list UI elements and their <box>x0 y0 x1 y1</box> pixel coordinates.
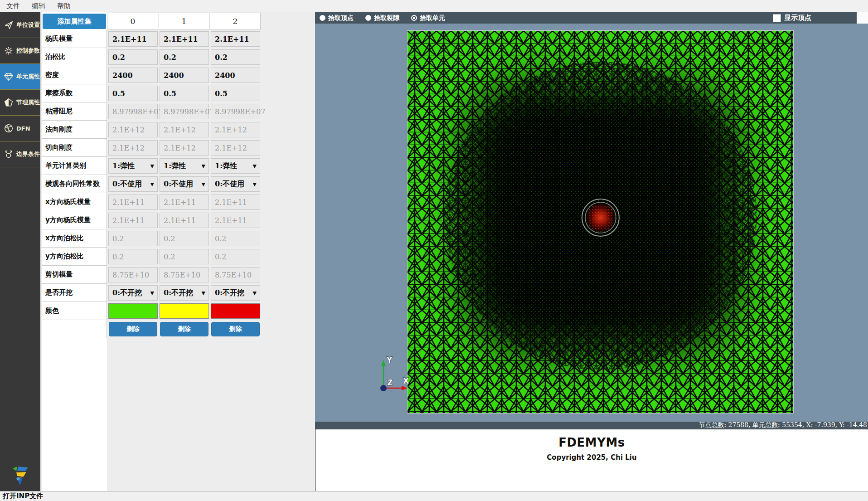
value-cell[interactable]: 8.97998E+07 <box>108 104 158 119</box>
color-swatch[interactable] <box>160 303 209 319</box>
value-cell[interactable]: 0.2 <box>108 249 158 264</box>
checkbox-label: 显示顶点 <box>784 14 811 22</box>
value-cell[interactable]: 2.1E+12 <box>211 122 260 137</box>
sidebar-item-label: 边界条件 <box>16 150 40 158</box>
menu-item-1[interactable]: 编辑 <box>32 2 45 10</box>
table-row: 删除删除删除 <box>42 320 305 338</box>
value-cell[interactable]: 2.1E+11 <box>211 213 260 228</box>
dropdown-cell[interactable]: 1:弹性▼ <box>108 158 158 174</box>
sidebar-item-2[interactable]: 单元属性 <box>0 64 40 90</box>
show-vertices-checkbox[interactable]: 显示顶点 <box>773 14 811 22</box>
value-cell[interactable]: 2.1E+12 <box>160 140 209 156</box>
color-swatch[interactable] <box>211 303 260 319</box>
dropdown-cell[interactable]: 0:不使用▼ <box>160 176 209 192</box>
value-cell[interactable]: 0.2 <box>108 49 158 65</box>
radio-unselected-icon[interactable] <box>320 15 325 21</box>
row-label: y方向泊松比 <box>42 248 107 266</box>
pick-mode-label: 拾取单元 <box>420 14 445 22</box>
value-cell[interactable]: 2.1E+11 <box>108 31 158 47</box>
dropdown-cell[interactable]: 0:不开挖▼ <box>211 285 260 301</box>
open-inp-file-button[interactable]: 打开INP文件 <box>3 492 43 501</box>
value-cell[interactable]: 2.1E+11 <box>160 31 209 47</box>
table-row: 剪切模量8.75E+108.75E+108.75E+10 <box>42 266 305 284</box>
value-cell[interactable]: 8.75E+10 <box>211 267 260 282</box>
color-swatch[interactable] <box>108 303 158 319</box>
table-row: 颜色 <box>42 302 305 320</box>
dropdown-value: 0:不开挖 <box>164 288 193 298</box>
axis-label-x: X <box>403 376 409 385</box>
value-cell[interactable]: 0.2 <box>211 231 260 246</box>
value-cell[interactable]: 2400 <box>108 68 158 83</box>
value-cell[interactable]: 2.1E+11 <box>160 195 209 210</box>
value-cell[interactable]: 0.5 <box>160 86 209 101</box>
pick-mode-radio-1[interactable]: 拾取裂隙 <box>365 14 399 22</box>
value-cell[interactable]: 0.2 <box>160 231 209 246</box>
sidebar-item-4[interactable]: DFN <box>0 116 40 141</box>
dropdown-value: 0:不使用 <box>164 180 193 189</box>
value-cell[interactable]: 2.1E+12 <box>108 140 158 156</box>
axis-label-z: Z <box>387 378 393 387</box>
add-property-set-button[interactable]: 添加属性集 <box>43 14 106 29</box>
delete-button[interactable]: 删除 <box>211 322 260 336</box>
value-cell[interactable]: 0.2 <box>108 231 158 246</box>
fem-mesh-canvas[interactable] <box>407 30 794 413</box>
table-row: 杨氏模量2.1E+112.1E+112.1E+11 <box>42 30 305 48</box>
value-cell[interactable]: 0.2 <box>160 49 209 65</box>
dropdown-cell[interactable]: 1:弹性▼ <box>211 158 260 174</box>
table-row: 摩擦系数0.50.50.5 <box>42 84 305 102</box>
copyright-text: Copyright 2025, Chi Liu <box>315 453 868 462</box>
pick-mode-radio-2[interactable]: 拾取单元 <box>411 14 445 22</box>
value-cell[interactable]: 0.5 <box>211 86 260 101</box>
table-row: 法向刚度2.1E+122.1E+122.1E+12 <box>42 121 305 139</box>
about-panel: FDEMYMs Copyright 2025, Chi Liu <box>315 429 868 491</box>
menu-item-0[interactable]: 文件 <box>6 2 20 10</box>
sidebar-item-3[interactable]: 节理属性 <box>0 90 40 116</box>
radio-selected-icon[interactable] <box>411 15 417 21</box>
value-cell[interactable]: 2.1E+11 <box>108 213 158 228</box>
value-cell[interactable]: 2.1E+11 <box>160 213 209 228</box>
value-cell[interactable]: 0.5 <box>108 86 158 101</box>
row-label: x方向杨氏模量 <box>42 193 107 211</box>
value-cell[interactable]: 2.1E+12 <box>211 140 260 156</box>
value-cell[interactable]: 0.2 <box>211 49 260 65</box>
value-cell[interactable]: 8.97998E+07 <box>211 104 260 119</box>
sidebar-item-0[interactable]: 单位设置 <box>0 12 40 38</box>
dropdown-value: 0:不使用 <box>215 180 244 189</box>
table-row: 横观各向同性常数0:不使用▼0:不使用▼0:不使用▼ <box>42 175 305 193</box>
value-cell[interactable]: 8.75E+10 <box>108 267 158 282</box>
value-cell[interactable]: 0.2 <box>211 249 260 264</box>
table-row: 单元计算类别1:弹性▼1:弹性▼1:弹性▼ <box>42 157 305 175</box>
chevron-down-icon: ▼ <box>202 181 205 187</box>
dropdown-cell[interactable]: 0:不开挖▼ <box>108 285 158 301</box>
delete-button[interactable]: 删除 <box>109 322 157 336</box>
value-cell[interactable]: 2400 <box>160 68 209 83</box>
menu-item-2[interactable]: 帮助 <box>57 2 71 10</box>
sidebar-item-1[interactable]: 控制参数 <box>0 38 40 64</box>
chevron-down-icon: ▼ <box>253 163 257 169</box>
value-cell[interactable]: 0.2 <box>160 249 209 264</box>
value-cell[interactable]: 2.1E+12 <box>108 122 158 137</box>
value-cell[interactable]: 2.1E+11 <box>211 31 260 47</box>
menu-bar: 文件编辑帮助 <box>0 0 868 12</box>
radio-unselected-icon[interactable] <box>365 15 371 21</box>
value-cell[interactable]: 8.75E+10 <box>160 267 209 282</box>
mesh-viewport[interactable]: Y X Z <box>315 24 868 422</box>
table-row: y方向杨氏模量2.1E+112.1E+112.1E+11 <box>42 211 305 229</box>
dropdown-cell[interactable]: 0:不使用▼ <box>108 176 158 192</box>
value-cell[interactable]: 2.1E+11 <box>211 195 260 210</box>
value-cell[interactable]: 2.1E+11 <box>108 195 158 210</box>
sidebar-item-5[interactable]: 边界条件 <box>0 141 40 167</box>
dropdown-cell[interactable]: 0:不使用▼ <box>211 176 260 192</box>
pick-mode-radio-0[interactable]: 拾取顶点 <box>320 14 354 22</box>
value-cell[interactable]: 2.1E+12 <box>160 122 209 137</box>
checkbox-box[interactable] <box>773 14 781 22</box>
application-window: 文件编辑帮助 单位设置控制参数单元属性节理属性DFN边界条件 添加属性集012杨… <box>0 0 868 501</box>
value-cell[interactable]: 2400 <box>211 68 260 83</box>
dropdown-cell[interactable]: 0:不开挖▼ <box>160 285 209 301</box>
delete-button[interactable]: 删除 <box>160 322 209 336</box>
send-icon <box>4 20 14 30</box>
dropdown-cell[interactable]: 1:弹性▼ <box>160 158 209 174</box>
value-cell[interactable]: 8.97998E+07 <box>160 104 209 119</box>
axis-triad: Y X Z <box>369 354 412 395</box>
row-label: 密度 <box>42 66 107 84</box>
